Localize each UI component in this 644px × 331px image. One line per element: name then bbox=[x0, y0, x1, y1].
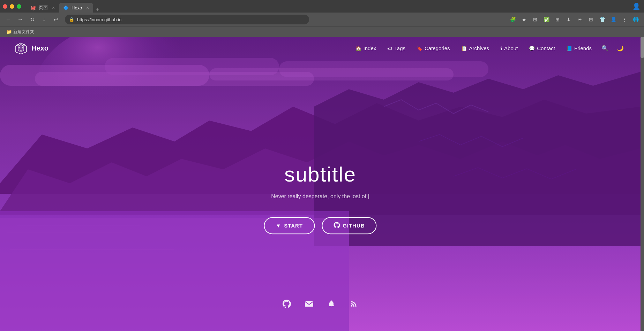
forward-button[interactable]: → bbox=[15, 15, 25, 24]
hero-section: Hexo 🏠 Index 🏷 Tags 🔖 Categories bbox=[0, 37, 641, 331]
extension-icon[interactable]: 🧩 bbox=[508, 15, 518, 24]
tab-hexo-icon: 🔷 bbox=[63, 5, 69, 10]
svg-rect-5 bbox=[209, 68, 454, 80]
nav-categories-label: Categories bbox=[425, 45, 450, 51]
bookmark-folder-label: 新建文件夹 bbox=[13, 29, 34, 35]
rss-social-icon[interactable] bbox=[350, 300, 358, 310]
email-social-icon[interactable] bbox=[305, 300, 313, 310]
nav-tools: 🧩 ★ ⊞ ✅ ⊞ ⬇ ☀ ⊟ 👕 👤 ⋮ 🌐 bbox=[508, 15, 641, 24]
bookmark-folder[interactable]: 📁 新建文件夹 bbox=[4, 28, 36, 36]
tab-hexo-close[interactable]: ✕ bbox=[86, 6, 89, 10]
download-tool-icon[interactable]: ⬇ bbox=[564, 15, 574, 24]
svg-rect-3 bbox=[35, 72, 314, 86]
tag-icon: 🏷 bbox=[387, 46, 392, 51]
github-social-icon[interactable] bbox=[283, 300, 291, 310]
start-button[interactable]: ▼ START bbox=[264, 217, 315, 234]
scrollbar-thumb[interactable] bbox=[641, 37, 644, 58]
svg-rect-2 bbox=[0, 65, 209, 86]
tab-page-close[interactable]: ✕ bbox=[52, 6, 55, 10]
refresh-button[interactable]: ↻ bbox=[27, 15, 37, 24]
profile-icon[interactable]: 👤 bbox=[631, 1, 641, 11]
shirt-icon[interactable]: 👕 bbox=[597, 15, 607, 24]
user-icon[interactable]: 👤 bbox=[608, 15, 618, 24]
chat-icon: 💬 bbox=[529, 46, 535, 51]
bookmark-star-icon[interactable]: ★ bbox=[519, 15, 529, 24]
nav-friends[interactable]: 📘 Friends bbox=[562, 43, 596, 53]
tab-hexo[interactable]: 🔷 Hexo ✕ bbox=[59, 3, 93, 13]
home-icon: 🏠 bbox=[355, 46, 361, 51]
svg-rect-6 bbox=[279, 61, 488, 77]
tab-bar: 🐙 页面 ✕ 🔷 Hexo ✕ + bbox=[26, 0, 629, 13]
nav-about[interactable]: ℹ About bbox=[496, 43, 522, 53]
minus-icon[interactable]: ⊟ bbox=[586, 15, 596, 24]
svg-point-19 bbox=[18, 47, 20, 48]
traffic-lights bbox=[3, 4, 21, 9]
nav-index[interactable]: 🏠 Index bbox=[351, 43, 381, 53]
nav-archives-label: Archives bbox=[469, 45, 489, 51]
nav-contact[interactable]: 💬 Contact bbox=[525, 43, 559, 53]
tab-hexo-label: Hexo bbox=[72, 5, 82, 10]
more-icon[interactable]: ⋮ bbox=[620, 15, 629, 24]
profile-avatar: 👤 bbox=[632, 2, 640, 10]
tab-page-label: 页面 bbox=[39, 5, 48, 11]
website-container: Hexo 🏠 Index 🏷 Tags 🔖 Categories bbox=[0, 37, 641, 331]
nav-tags[interactable]: 🏷 Tags bbox=[383, 43, 410, 53]
download-button[interactable]: ↓ bbox=[39, 15, 49, 24]
screen-icon[interactable]: ⊞ bbox=[530, 15, 540, 24]
friends-icon: 📘 bbox=[566, 46, 572, 51]
dark-mode-button[interactable]: 🌙 bbox=[614, 43, 627, 54]
bell-social-icon[interactable] bbox=[327, 300, 336, 310]
nav-index-label: Index bbox=[364, 45, 376, 51]
tab-page-icon: 🐙 bbox=[30, 5, 36, 10]
lock-icon: 🔒 bbox=[69, 17, 74, 22]
start-arrow-icon: ▼ bbox=[276, 223, 281, 229]
site-logo-icon bbox=[14, 41, 28, 55]
nav-friends-label: Friends bbox=[574, 45, 592, 51]
nav-archives[interactable]: 📋 Archives bbox=[457, 43, 494, 53]
svg-rect-11 bbox=[0, 218, 349, 331]
hero-subtitle: Never really desperate, only the lost of… bbox=[264, 193, 376, 200]
minimize-button[interactable] bbox=[10, 4, 14, 9]
archive-icon: 📋 bbox=[461, 46, 467, 51]
hero-social bbox=[283, 300, 358, 310]
nav-about-label: About bbox=[504, 45, 518, 51]
tab-page[interactable]: 🐙 页面 ✕ bbox=[26, 3, 59, 13]
nav-contact-label: Contact bbox=[537, 45, 555, 51]
github-button-label: GITHUB bbox=[343, 223, 365, 229]
site-nav-links: 🏠 Index 🏷 Tags 🔖 Categories 📋 Archives bbox=[351, 43, 627, 54]
nav-tags-label: Tags bbox=[394, 45, 405, 51]
github-cat-icon bbox=[334, 222, 340, 229]
folder-icon: 📁 bbox=[6, 29, 12, 34]
bookmark-icon: 🔖 bbox=[417, 46, 422, 51]
title-bar: 🐙 页面 ✕ 🔷 Hexo ✕ + 👤 bbox=[0, 0, 644, 13]
address-bar[interactable]: 🔒 https://lnoom.github.io bbox=[65, 15, 309, 24]
sun-icon[interactable]: ☀ bbox=[575, 15, 585, 24]
hero-content: subtitle Never really desperate, only th… bbox=[264, 162, 376, 234]
tab-add-button[interactable]: + bbox=[93, 6, 102, 13]
svg-point-20 bbox=[22, 47, 23, 48]
hero-title: subtitle bbox=[264, 162, 376, 186]
nav-categories[interactable]: 🔖 Categories bbox=[412, 43, 454, 53]
site-logo-text: Hexo bbox=[31, 44, 48, 52]
back-button[interactable]: ← bbox=[3, 15, 13, 24]
svg-rect-4 bbox=[105, 58, 279, 75]
site-logo[interactable]: Hexo bbox=[14, 41, 48, 55]
url-display: https://lnoom.github.io bbox=[77, 17, 121, 22]
scrollbar[interactable] bbox=[641, 37, 644, 331]
extension-check-icon[interactable]: ✅ bbox=[541, 15, 551, 24]
hero-buttons: ▼ START GITHUB bbox=[264, 217, 376, 234]
maximize-button[interactable] bbox=[17, 4, 21, 9]
site-navbar: Hexo 🏠 Index 🏷 Tags 🔖 Categories bbox=[0, 37, 641, 60]
bookmarks-bar: 📁 新建文件夹 bbox=[0, 26, 644, 37]
grid-icon[interactable]: ⊞ bbox=[553, 15, 562, 24]
nav-bar: ← → ↻ ↓ ↩ 🔒 https://lnoom.github.io 🧩 ★ … bbox=[0, 13, 644, 26]
close-button[interactable] bbox=[3, 4, 7, 9]
github-button[interactable]: GITHUB bbox=[322, 217, 377, 234]
start-button-label: START bbox=[284, 223, 303, 229]
search-button[interactable]: 🔍 bbox=[599, 43, 611, 54]
undo-button[interactable]: ↩ bbox=[51, 15, 61, 24]
globe-icon[interactable]: 🌐 bbox=[631, 15, 641, 24]
info-icon: ℹ bbox=[500, 46, 502, 51]
